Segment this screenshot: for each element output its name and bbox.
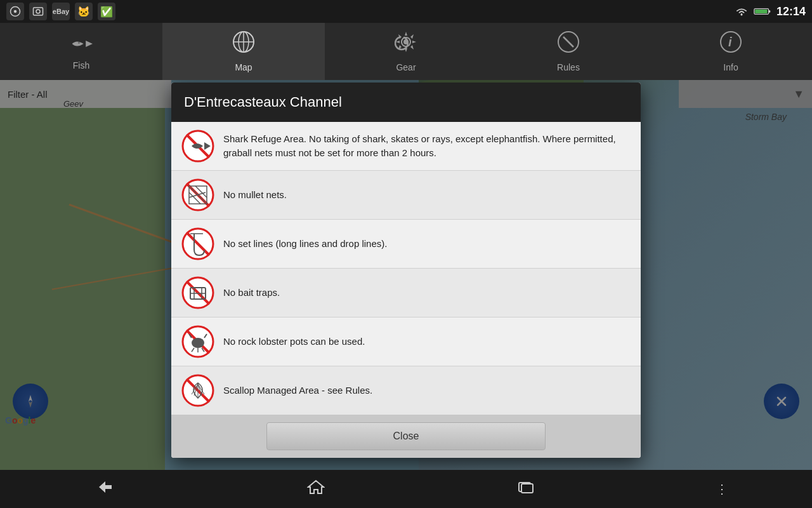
gear-icon <box>395 30 417 58</box>
status-icons-left: eBay 🐱 ✅ <box>6 3 115 20</box>
dialog-footer: Close <box>171 415 641 458</box>
dialog-title: D'Entrecasteaux Channel <box>184 94 628 110</box>
svg-point-3 <box>36 10 40 13</box>
svg-text:i: i <box>728 35 732 49</box>
recents-button[interactable] <box>505 475 548 503</box>
dialog-body: Shark Refuge Area. No taking of shark, s… <box>171 122 641 415</box>
rule-text-setlines: No set lines (long lines and drop lines)… <box>223 237 387 251</box>
status-icon-location <box>6 3 24 20</box>
svg-point-1 <box>14 10 17 13</box>
rule-row-shark: Shark Refuge Area. No taking of shark, s… <box>171 122 641 171</box>
svg-marker-8 <box>86 40 93 46</box>
svg-rect-6 <box>769 10 771 13</box>
tab-bar: Fish Map Gear <box>0 23 812 80</box>
home-button[interactable] <box>294 474 337 504</box>
rules-icon <box>557 30 580 58</box>
dialog: D'Entrecasteaux Channel Shark Refuge Are… <box>171 83 641 458</box>
rule-icon-shark <box>181 130 214 163</box>
rule-text-bait: No bait traps. <box>223 286 280 300</box>
rule-row-setlines: No set lines (long lines and drop lines)… <box>171 220 641 269</box>
status-time: 12:14 <box>776 5 806 18</box>
tab-gear-label: Gear <box>396 62 416 72</box>
tab-fish[interactable]: Fish <box>0 23 162 80</box>
status-icon-check: ✅ <box>98 3 115 20</box>
rule-icon-mullet <box>181 178 214 211</box>
rule-icon-lobster <box>181 325 214 358</box>
tab-info[interactable]: i Info <box>650 23 812 80</box>
tab-fish-label: Fish <box>73 60 89 70</box>
map-icon <box>232 30 255 58</box>
status-bar: eBay 🐱 ✅ 12:14 <box>0 0 812 23</box>
status-icon-cat: 🐱 <box>75 3 93 20</box>
dialog-header: D'Entrecasteaux Channel <box>171 83 641 122</box>
rule-icon-scallop <box>181 374 214 407</box>
svg-point-45 <box>192 338 204 348</box>
tab-map-label: Map <box>235 62 252 72</box>
rule-text-mullet: No mullet nets. <box>223 188 287 203</box>
svg-line-16 <box>563 37 573 47</box>
close-button[interactable]: Close <box>266 422 546 450</box>
bottom-nav: ⋮ <box>0 470 812 508</box>
svg-rect-2 <box>34 8 43 15</box>
tab-info-label: Info <box>723 62 738 72</box>
tab-map[interactable]: Map <box>162 23 325 80</box>
status-icons-right: 12:14 <box>735 5 806 18</box>
tab-rules-label: Rules <box>557 62 580 72</box>
battery-icon <box>754 6 771 17</box>
svg-marker-58 <box>308 481 324 493</box>
rule-text-scallop: Scallop Managed Area - see Rules. <box>223 384 372 398</box>
rule-icon-bait <box>181 276 214 309</box>
rule-row-lobster: No rock lobster pots can be used. <box>171 318 641 366</box>
tab-rules[interactable]: Rules <box>487 23 650 80</box>
rule-text-lobster: No rock lobster pots can be used. <box>223 335 365 349</box>
more-button[interactable]: ⋮ <box>716 481 728 497</box>
rule-icon-setlines <box>181 227 214 260</box>
rule-row-bait: No bait traps. <box>171 269 641 318</box>
svg-rect-7 <box>755 10 767 13</box>
status-icon-ebay: eBay <box>52 3 70 20</box>
wifi-icon <box>735 6 749 17</box>
status-icon-photo <box>29 3 47 20</box>
rule-row-scallop: Scallop Managed Area - see Rules. <box>171 366 641 415</box>
fish-icon <box>70 33 93 57</box>
svg-point-9 <box>78 42 80 44</box>
back-button[interactable] <box>84 475 127 503</box>
svg-point-4 <box>741 14 743 16</box>
tab-gear[interactable]: Gear <box>325 23 487 80</box>
info-icon: i <box>719 30 742 58</box>
svg-rect-60 <box>521 484 533 493</box>
rule-row-mullet: No mullet nets. <box>171 171 641 220</box>
rule-text-shark: Shark Refuge Area. No taking of shark, s… <box>223 132 631 161</box>
